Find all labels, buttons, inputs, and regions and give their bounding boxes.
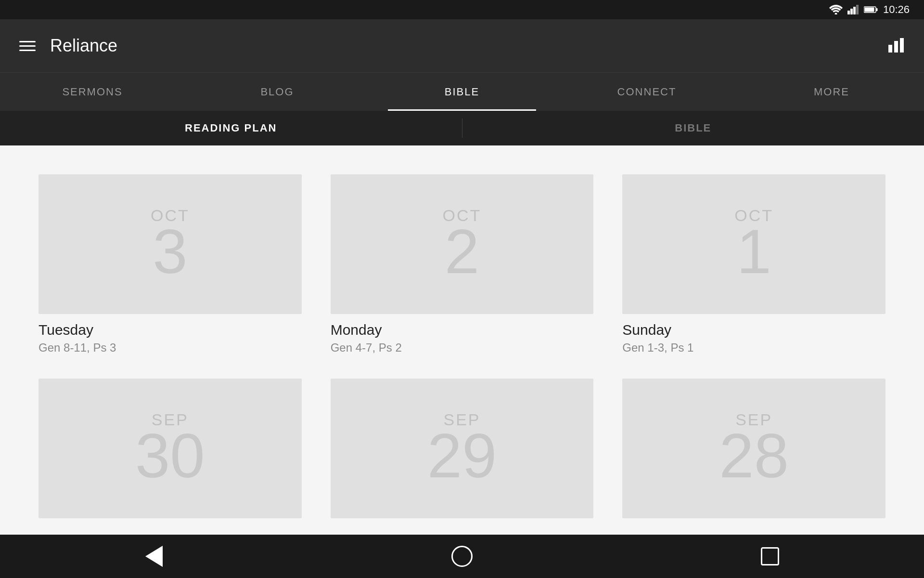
app-title: Reliance: [50, 36, 117, 56]
card-weekday-0: Tuesday: [38, 322, 302, 338]
nav-tab-connect-label: CONNECT: [617, 86, 677, 98]
wifi-icon: [829, 5, 843, 14]
left-section: Reliance: [19, 36, 117, 56]
bar-chart-icon[interactable]: [887, 36, 905, 55]
reading-card-3[interactable]: SEP 30: [38, 379, 302, 518]
card-image-3: SEP 30: [38, 379, 302, 518]
card-image-0: OCT 3: [38, 174, 302, 314]
sub-tab-reading-plan-label: READING PLAN: [185, 122, 277, 134]
card-image-2: OCT 1: [622, 174, 886, 314]
nav-tab-blog-label: BLOG: [260, 86, 294, 98]
svg-rect-2: [850, 9, 853, 14]
sub-tab-reading-plan[interactable]: READING PLAN: [0, 111, 462, 145]
signal-icon: [847, 5, 859, 14]
card-readings-2: Gen 1-3, Ps 1: [622, 341, 886, 355]
svg-rect-4: [856, 5, 859, 14]
battery-icon: [864, 6, 878, 13]
recents-button[interactable]: [753, 539, 787, 573]
nav-tab-sermons-label: SERMONS: [62, 86, 122, 98]
nav-tab-bible-label: BIBLE: [445, 86, 479, 98]
status-time: 10:26: [883, 3, 910, 16]
svg-rect-9: [894, 41, 898, 53]
recents-icon: [761, 547, 779, 565]
card-image-5: SEP 28: [622, 379, 886, 518]
nav-tab-sermons[interactable]: SERMONS: [0, 73, 185, 111]
reading-card-2[interactable]: OCT 1 Sunday Gen 1-3, Ps 1: [622, 174, 886, 355]
svg-rect-7: [876, 8, 877, 11]
card-day-2: 1: [737, 220, 771, 283]
reading-card-0[interactable]: OCT 3 Tuesday Gen 8-11, Ps 3: [38, 174, 302, 355]
card-day-0: 3: [153, 220, 187, 283]
card-readings-0: Gen 8-11, Ps 3: [38, 341, 302, 355]
bottom-nav: [0, 535, 924, 578]
card-weekday-1: Monday: [331, 322, 594, 338]
back-button[interactable]: [137, 539, 171, 573]
sub-tab-bible-label: BIBLE: [675, 122, 711, 134]
back-icon: [145, 546, 163, 567]
nav-tab-connect[interactable]: CONNECT: [554, 73, 739, 111]
nav-tab-blog[interactable]: BLOG: [185, 73, 370, 111]
reading-card-5[interactable]: SEP 28: [622, 379, 886, 518]
card-day-1: 2: [445, 220, 479, 283]
app-bar: Reliance: [0, 19, 924, 72]
nav-tab-more-label: MORE: [814, 86, 849, 98]
nav-tabs: SERMONS BLOG BIBLE CONNECT MORE: [0, 72, 924, 111]
svg-rect-1: [847, 11, 850, 14]
reading-card-4[interactable]: SEP 29: [331, 379, 594, 518]
card-day-4: 29: [427, 424, 497, 487]
svg-rect-8: [888, 45, 892, 53]
card-weekday-2: Sunday: [622, 322, 886, 338]
sub-tabs: READING PLAN BIBLE: [0, 111, 924, 145]
hamburger-menu-icon[interactable]: [19, 41, 36, 51]
sub-tab-bible[interactable]: BIBLE: [462, 111, 924, 145]
status-icons: 10:26: [829, 3, 910, 16]
svg-rect-3: [853, 7, 856, 14]
card-readings-1: Gen 4-7, Ps 2: [331, 341, 594, 355]
reading-card-1[interactable]: OCT 2 Monday Gen 4-7, Ps 2: [331, 174, 594, 355]
home-icon: [451, 546, 473, 567]
card-image-4: SEP 29: [331, 379, 594, 518]
home-button[interactable]: [445, 539, 479, 573]
nav-tab-bible[interactable]: BIBLE: [370, 73, 554, 111]
card-day-3: 30: [135, 424, 205, 487]
card-day-5: 28: [719, 424, 789, 487]
svg-point-0: [834, 13, 837, 15]
nav-tab-more[interactable]: MORE: [739, 73, 924, 111]
svg-rect-6: [864, 8, 874, 12]
card-image-1: OCT 2: [331, 174, 594, 314]
status-bar: 10:26: [0, 0, 924, 19]
reading-plan-grid: OCT 3 Tuesday Gen 8-11, Ps 3 OCT 2 Monda…: [0, 145, 924, 518]
svg-rect-10: [900, 38, 904, 53]
